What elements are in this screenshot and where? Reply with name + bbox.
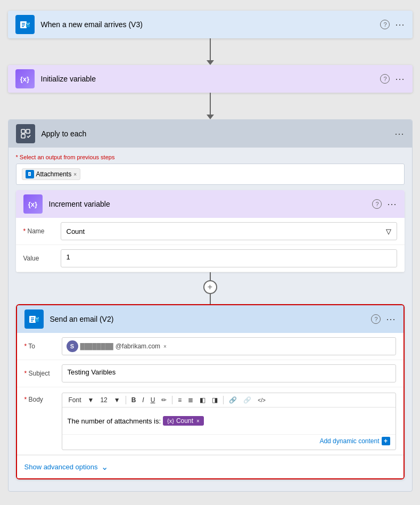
increment-variable-actions: ? ···: [372, 199, 397, 210]
to-label-text: To: [28, 343, 35, 350]
trigger-header: When a new email arrives (V3) ? ···: [8, 11, 413, 38]
to-input[interactable]: S ████████ @fabrikam.com ×: [62, 337, 396, 355]
font-dropdown-arrow[interactable]: ▼: [86, 395, 96, 405]
body-label-text: Body: [29, 396, 43, 403]
increment-variable-body: * Name Count ▽ Value 1: [16, 218, 405, 272]
attachment-close[interactable]: ×: [73, 172, 77, 177]
increment-help-icon[interactable]: ?: [372, 199, 382, 209]
trigger-actions: ? ···: [380, 19, 405, 30]
name-field-label: * Name: [23, 227, 61, 235]
body-field-row: * Body Font ▼ 12 ▼ B: [17, 387, 403, 455]
add-dynamic-icon: +: [382, 437, 390, 445]
outlook-trigger-icon: [15, 15, 35, 34]
show-advanced-section: Show advanced options ⌄: [17, 455, 403, 478]
show-advanced-label: Show advanced options: [24, 463, 98, 471]
to-email-address: ████████: [80, 343, 113, 349]
svg-rect-7: [21, 134, 25, 138]
to-required-star: *: [24, 343, 27, 350]
toolbar-sep-2: [172, 396, 172, 404]
increment-variable-card: {x} Increment variable ? ··· * Name: [16, 190, 405, 272]
body-required-star: *: [24, 396, 27, 403]
subject-value: Testing Varibles: [68, 368, 116, 376]
trigger-step: When a new email arrives (V3) ? ···: [8, 11, 413, 38]
send-email-actions: ? ···: [371, 314, 396, 325]
align-right-button[interactable]: ◨: [210, 395, 220, 405]
svg-rect-2: [22, 25, 25, 26]
value-field-label: Value: [23, 255, 61, 262]
subject-field-row: * Subject Testing Varibles: [17, 360, 403, 387]
trigger-menu-icon[interactable]: ···: [395, 19, 405, 30]
apply-to-each-menu-icon[interactable]: ···: [394, 128, 404, 140]
underline-button[interactable]: U: [149, 395, 158, 405]
subject-input[interactable]: Testing Varibles: [62, 364, 396, 382]
select-output-label: * Select an output from previous steps: [16, 154, 405, 160]
arrow-1: [207, 38, 214, 65]
svg-rect-10: [29, 174, 30, 175]
add-step-button[interactable]: +: [203, 280, 217, 294]
name-required-star: *: [23, 227, 26, 235]
to-email-close[interactable]: ×: [163, 344, 167, 349]
align-left-button[interactable]: ◧: [197, 395, 208, 405]
toolbar-sep-3: [223, 396, 224, 404]
attachment-label: Attachments: [36, 170, 72, 178]
svg-rect-12: [31, 317, 34, 319]
init-variable-actions: ? ···: [380, 74, 405, 85]
value-field-row: Value 1: [16, 245, 405, 272]
init-variable-title: Initialize variable: [41, 75, 381, 83]
send-email-help-icon[interactable]: ?: [371, 314, 381, 324]
svg-rect-5: [21, 129, 25, 133]
italic-button[interactable]: I: [140, 395, 146, 405]
trigger-help-icon[interactable]: ?: [380, 20, 390, 29]
arrow-head-2: [207, 115, 214, 119]
unlink-button[interactable]: 🔗: [241, 395, 253, 405]
bold-button[interactable]: B: [129, 395, 138, 405]
value-input[interactable]: 1: [61, 249, 397, 267]
apply-to-each-actions: ···: [394, 128, 404, 140]
font-size-arrow[interactable]: ▼: [112, 395, 122, 405]
body-field-label: * Body: [24, 396, 62, 403]
subject-label-text: Subject: [29, 370, 50, 377]
svg-rect-3: [22, 26, 24, 27]
increment-icon-label: {x}: [28, 200, 37, 208]
add-dynamic-button[interactable]: Add dynamic content +: [319, 437, 390, 445]
add-dynamic-label: Add dynamic content: [319, 437, 379, 445]
font-selector[interactable]: Font: [67, 395, 84, 405]
plus-icon: +: [208, 282, 212, 292]
show-advanced-button[interactable]: Show advanced options ⌄: [24, 462, 108, 472]
variable-badge-close[interactable]: ×: [196, 418, 200, 424]
chevron-down-icon: ⌄: [101, 462, 108, 472]
value-input-text: 1: [67, 253, 70, 261]
code-button[interactable]: </>: [256, 396, 267, 404]
arrow-head-1: [207, 60, 214, 65]
send-email-title: Send an email (V2): [50, 315, 372, 323]
arrow-line-1: [210, 38, 211, 60]
send-email-body: * To S ████████ @fabrikam.com ×: [17, 333, 403, 478]
svg-rect-6: [26, 129, 30, 133]
init-variable-step: {x} Initialize variable ? ···: [8, 65, 413, 93]
num-list-button[interactable]: ≣: [186, 395, 195, 405]
trigger-title: When a new email arrives (V3): [41, 20, 381, 29]
font-size[interactable]: 12: [98, 395, 109, 405]
subject-required-star: *: [24, 370, 27, 377]
name-dropdown-arrow: ▽: [386, 227, 391, 235]
value-label-text: Value: [23, 255, 39, 262]
subject-field-label: * Subject: [24, 370, 62, 377]
body-toolbar: Font ▼ 12 ▼ B I U ✏ ≡: [62, 393, 396, 408]
increment-variable-header: {x} Increment variable ? ···: [16, 190, 405, 218]
link-button[interactable]: 🔗: [227, 395, 239, 405]
send-email-icon: [24, 309, 44, 329]
init-variable-menu-icon[interactable]: ···: [395, 74, 405, 85]
bullet-list-button[interactable]: ≡: [176, 395, 184, 405]
body-content-area[interactable]: The number of attachments is: {x} Count …: [62, 408, 396, 434]
variable-badge-icon: {x}: [167, 418, 174, 424]
email-tag: S ████████ @fabrikam.com ×: [67, 340, 167, 352]
pencil-button[interactable]: ✏: [159, 395, 169, 405]
send-email-menu-icon[interactable]: ···: [386, 314, 396, 325]
count-variable-badge: {x} Count ×: [163, 416, 204, 426]
select-output-box[interactable]: Attachments ×: [16, 164, 405, 185]
svg-rect-9: [29, 173, 30, 174]
name-dropdown[interactable]: Count ▽: [61, 222, 397, 240]
increment-menu-icon[interactable]: ···: [387, 199, 397, 210]
init-variable-help-icon[interactable]: ?: [380, 74, 390, 84]
arrow-line-2: [210, 93, 211, 115]
